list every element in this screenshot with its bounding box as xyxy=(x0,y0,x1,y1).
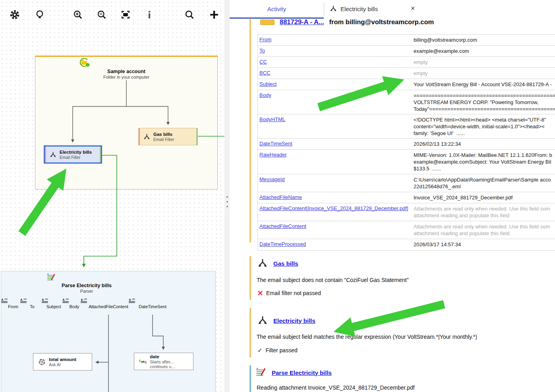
table-row: SubjectYour VoltStream Energy Bill - Acc… xyxy=(258,79,555,90)
field-key-link[interactable]: BodyHTML xyxy=(259,116,285,122)
gas-section-status: Email filter not passed xyxy=(257,290,321,296)
node-title: Sample account xyxy=(79,69,174,74)
node-title: total amount xyxy=(49,357,76,362)
svg-text:ab: ab xyxy=(141,360,145,363)
table-row: Toexample@example.com xyxy=(258,46,555,57)
tab-label: Activity xyxy=(267,6,286,12)
parser-icon: A xyxy=(256,367,266,378)
text-field-icon: A xyxy=(129,298,135,303)
table-row: DateTimeSent2026/02/13 13:22:34 xyxy=(258,139,555,150)
electricity-section-status: ✓ Filter passed xyxy=(257,347,298,354)
email-header: 881729-A - A... from billing@voltstreamc… xyxy=(260,18,434,26)
field-value: Your VoltStream Energy Bill - Account VS… xyxy=(414,79,555,90)
parser-field-to[interactable]: A To xyxy=(20,298,44,309)
field-label: To xyxy=(20,304,44,309)
table-row: Body====================================… xyxy=(258,90,555,114)
field-value: Attachments are read only when needed. U… xyxy=(414,221,555,239)
node-total-amount[interactable]: total amount Ask AI xyxy=(33,353,92,371)
gas-section-desc: The email subject does not contain "Cozi… xyxy=(257,277,409,283)
field-value: billing@voltstreamcorp.com xyxy=(414,35,555,45)
status-text: Email filter not passed xyxy=(266,290,321,296)
field-value: C:\Users\carlo\AppData\Roaming\EmailPars… xyxy=(414,174,555,192)
field-value: 2026/02/13 13:22:34 xyxy=(414,139,555,149)
text-field-icon: A xyxy=(62,298,69,303)
svg-text:A: A xyxy=(62,298,65,301)
email-id-link[interactable]: 881729-A - A... xyxy=(280,18,324,26)
panel-resize-handle[interactable] xyxy=(224,0,230,392)
parser-field-attachedfilecontent[interactable]: A AttachedFileContent xyxy=(81,298,136,309)
email-header-from: from billing@voltstreamcorp.com xyxy=(329,18,434,26)
svg-text:A: A xyxy=(129,298,131,301)
field-key-link[interactable]: BCC xyxy=(259,70,270,76)
parser-icon: A xyxy=(47,273,56,282)
field-key-link[interactable]: From xyxy=(259,37,271,42)
field-value: example@example.com xyxy=(414,46,555,56)
email-block-bar xyxy=(249,19,251,243)
node-date[interactable]: ab date Starts after... continues u... xyxy=(134,353,193,370)
table-row: MessageIdC:\Users\carlo\AppData\Roaming\… xyxy=(258,174,555,192)
parse-section-bar xyxy=(249,365,251,392)
field-key-link[interactable]: AttachedFileContent[Invoice_VSE_2024_881… xyxy=(259,205,408,211)
table-row: AttachedFileNameInvoice_VSE_2024_881729_… xyxy=(258,192,555,203)
field-key-link[interactable]: Subject xyxy=(259,81,277,87)
node-gas-bills[interactable]: Gas bills Email Filter xyxy=(138,128,198,145)
electricity-section-link[interactable]: Electricity bills xyxy=(273,317,315,324)
parser-field-datetimesent[interactable]: A DateTimeSent xyxy=(129,298,176,309)
parse-section-heading: A Parse Electricity bills xyxy=(256,367,332,378)
electricity-section-desc: The email subject field matches the regu… xyxy=(257,334,477,340)
filter-icon xyxy=(257,315,268,326)
table-row: DateTimeProcessed2026/03/17 14:57:34 xyxy=(258,239,555,251)
node-title: Gas bills xyxy=(153,132,174,137)
field-value: Invoice_VSE_2024_881729_December.pdf xyxy=(414,192,555,203)
field-key-link[interactable]: To xyxy=(259,48,265,54)
field-key-link[interactable]: AttachedFileName xyxy=(259,194,302,200)
field-value: MIME-Version: 1.0X-Mailer: MailBee.NET 1… xyxy=(414,150,555,174)
table-row: BodyHTML<!DOCTYPE html><html><head> <met… xyxy=(258,114,555,139)
tab-divider xyxy=(324,3,324,16)
table-row: RawHeaderMIME-Version: 1.0X-Mailer: Mail… xyxy=(258,150,555,174)
node-title: Parse Electricity bills xyxy=(47,283,126,288)
field-key-link[interactable]: DateTimeSent xyxy=(259,141,292,147)
field-value: empty xyxy=(414,57,555,68)
envelope-icon xyxy=(260,19,275,25)
filter-icon xyxy=(330,5,337,12)
node-parser[interactable]: A Parse Electricity bills Parser xyxy=(47,273,126,294)
table-row: Frombilling@voltstreamcorp.com xyxy=(258,35,555,46)
filter-icon xyxy=(50,151,56,158)
text-field-icon: A xyxy=(81,298,87,303)
parse-section-link[interactable]: Parse Electricity bills xyxy=(272,369,332,376)
field-key-link[interactable]: RawHeader xyxy=(259,152,287,158)
field-label: DateTimeSent xyxy=(129,304,176,309)
node-subtitle: Folder in your computer xyxy=(79,75,174,79)
gas-section-bar xyxy=(249,256,251,300)
node-subtitle: Ask AI xyxy=(49,362,76,367)
tab-label: Electricity bills xyxy=(340,6,378,12)
field-key-link[interactable]: CC xyxy=(259,59,267,65)
field-key-link[interactable]: DateTimeProcessed xyxy=(259,241,306,247)
parser-field-subject[interactable]: A Subject xyxy=(42,298,66,309)
field-key-link[interactable]: MessageId xyxy=(259,176,285,182)
field-value: <!DOCTYPE html><html><head> <meta charse… xyxy=(414,114,555,138)
field-key-link[interactable]: Body xyxy=(259,92,271,98)
gas-section-link[interactable]: Gas bills xyxy=(273,260,298,267)
svg-text:A: A xyxy=(256,367,258,370)
field-key-link[interactable]: AttachedFileContent xyxy=(259,223,306,229)
node-electricity-bills[interactable]: Electricity bills Email Filter xyxy=(44,145,102,164)
field-label: AttachedFileContent xyxy=(81,304,136,309)
table-row: BCCempty xyxy=(258,68,555,79)
node-sample-account[interactable]: Sample account Folder in your computer xyxy=(79,58,174,79)
text-field-icon: A xyxy=(20,298,27,303)
flow-canvas: Sample account Folder in your computer G… xyxy=(0,0,224,392)
tab-electricity-bills[interactable]: Electricity bills xyxy=(330,0,378,17)
svg-text:A: A xyxy=(47,273,49,275)
svg-text:A: A xyxy=(20,298,23,301)
electricity-section-heading: Electricity bills xyxy=(257,315,315,326)
node-subtitle: Parser xyxy=(47,289,126,294)
tab-activity[interactable]: Activity xyxy=(230,0,324,17)
table-row: CCempty xyxy=(258,57,555,68)
parse-section-desc: Reading attachment Invoice_VSE_2024_8817… xyxy=(257,384,415,391)
table-row: AttachedFileContent[Invoice_VSE_2024_881… xyxy=(258,203,555,221)
field-value: empty xyxy=(414,68,555,79)
close-tab-icon[interactable]: × xyxy=(408,4,417,13)
text-field-icon: A xyxy=(42,298,48,303)
